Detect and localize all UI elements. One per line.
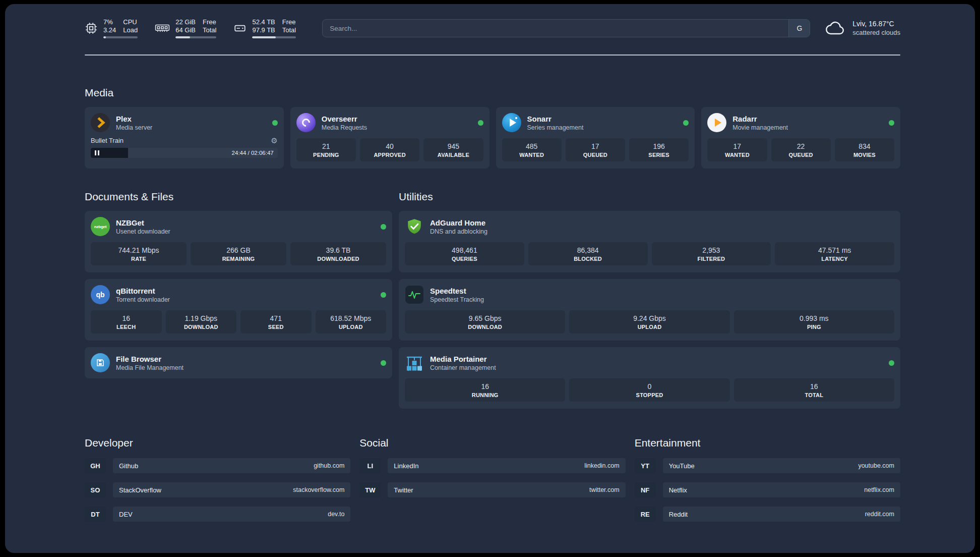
stat-label: APPROVED xyxy=(362,152,417,158)
bookmark-link-linkedin[interactable]: LinkedIn linkedin.com xyxy=(388,458,625,473)
stat-value: 1.19 Gbps xyxy=(168,314,235,322)
stat-value: 39.6 TB xyxy=(292,246,384,254)
stat-label: PING xyxy=(736,324,892,330)
stat-label: DOWNLOAD xyxy=(407,324,563,330)
stat-label: AVAILABLE xyxy=(425,152,481,158)
dashboard-window: 7% 3.24 CPU Load xyxy=(5,4,975,553)
memory-monitor: 22 GiB 64 GiB Free Total xyxy=(155,18,216,38)
stat-value: 834 xyxy=(837,142,892,150)
bookmark-group-developer: Developer GH Github github.com SO StackO… xyxy=(85,437,350,522)
bookmark-row-github: GH Github github.com xyxy=(85,458,350,473)
bookmark-link-github[interactable]: Github github.com xyxy=(113,458,350,473)
bookmark-url: stackoverflow.com xyxy=(293,486,344,493)
bookmark-abbr: DT xyxy=(85,507,106,522)
stat-value: 0.993 ms xyxy=(736,314,892,322)
bookmark-abbr: YT xyxy=(635,458,656,473)
stat-leech: 16 LEECH xyxy=(91,310,162,333)
bookmark-url: netflix.com xyxy=(864,486,894,493)
bookmark-row-stackoverflow: SO StackOverflow stackoverflow.com xyxy=(85,482,350,497)
stat-latency: 47.571 ms LATENCY xyxy=(775,242,894,265)
stat-filtered: 2,953 FILTERED xyxy=(652,242,771,265)
filebrowser-card[interactable]: File Browser Media File Management xyxy=(85,347,392,378)
gear-icon[interactable]: ⚙ xyxy=(271,137,277,144)
cpu-monitor: 7% 3.24 CPU Load xyxy=(85,18,138,38)
filebrowser-icon xyxy=(91,353,110,372)
card-title: File Browser xyxy=(116,355,375,363)
stat-wanted: 485 WANTED xyxy=(502,138,562,161)
stat-label: TOTAL xyxy=(736,392,892,398)
card-subtitle: Torrent downloader xyxy=(116,296,375,303)
status-dot xyxy=(381,360,386,366)
status-dot xyxy=(889,120,894,126)
stat-value: 21 xyxy=(298,142,354,150)
search-input[interactable] xyxy=(323,20,788,37)
portainer-card[interactable]: Media Portainer Container management 16 … xyxy=(399,347,900,409)
bookmark-name: Reddit xyxy=(669,511,688,518)
adguard-icon xyxy=(405,217,424,236)
stat-label: PENDING xyxy=(298,152,354,158)
stat-label: SERIES xyxy=(631,152,687,158)
cpu-load-value: 3.24 xyxy=(103,26,116,34)
bookmark-row-twitter: TW Twitter twitter.com xyxy=(359,482,625,497)
now-playing-title: Bullet Train xyxy=(91,137,124,144)
bookmark-row-reddit: RE Reddit reddit.com xyxy=(635,507,900,522)
stat-pending: 21 PENDING xyxy=(296,138,356,161)
card-title: NZBGet xyxy=(116,218,375,227)
bookmark-link-twitter[interactable]: Twitter twitter.com xyxy=(388,482,625,497)
storage-icon xyxy=(233,22,247,35)
stat-value: 86,384 xyxy=(530,246,646,254)
bookmark-url: github.com xyxy=(314,462,344,469)
bookmark-name: LinkedIn xyxy=(394,462,418,470)
stat-value: 196 xyxy=(631,142,687,150)
bookmark-name: Twitter xyxy=(394,486,413,494)
stat-label: RUNNING xyxy=(407,392,563,398)
radarr-card[interactable]: Radarr Movie management 17 WANTED 22 QUE… xyxy=(701,107,900,169)
search-engine-button[interactable]: G xyxy=(788,20,810,37)
bookmark-url: dev.to xyxy=(328,511,344,518)
bookmark-row-youtube: YT YouTube youtube.com xyxy=(635,458,900,473)
stat-label: SEED xyxy=(242,324,310,330)
weather-widget[interactable]: Lviv, 16.87°C scattered clouds xyxy=(824,20,900,37)
status-dot xyxy=(889,360,894,366)
qbittorrent-card[interactable]: qb qBittorrent Torrent downloader 16 LEE… xyxy=(85,279,392,341)
bookmark-link-dev[interactable]: DEV dev.to xyxy=(113,507,350,522)
pause-icon[interactable] xyxy=(95,150,99,155)
topbar: 7% 3.24 CPU Load xyxy=(85,17,900,39)
stat-label: QUERIES xyxy=(407,256,522,262)
memory-total-value: 64 GiB xyxy=(175,26,196,34)
card-title: Overseerr xyxy=(322,115,472,123)
player-progress-bar[interactable]: 24:44 / 02:06:47 xyxy=(91,148,278,158)
sonarr-card[interactable]: Sonarr Series management 485 WANTED 17 Q… xyxy=(496,107,695,169)
bookmark-name: StackOverflow xyxy=(119,486,161,494)
stat-stopped: 0 STOPPED xyxy=(569,378,729,402)
stat-queries: 498,461 QUERIES xyxy=(405,242,524,265)
stat-download: 9.65 Gbps DOWNLOAD xyxy=(405,310,565,333)
speedtest-card[interactable]: Speedtest Speedtest Tracking 9.65 Gbps D… xyxy=(399,279,900,341)
bookmark-link-youtube[interactable]: YouTube youtube.com xyxy=(663,458,900,473)
card-subtitle: Media server xyxy=(116,124,266,131)
stat-movies: 834 MOVIES xyxy=(835,138,894,161)
stat-label: LEECH xyxy=(93,324,160,330)
bookmark-row-netflix: NF Netflix netflix.com xyxy=(635,482,900,497)
stat-value: 40 xyxy=(362,142,417,150)
card-subtitle: DNS and adblocking xyxy=(430,228,894,235)
nzbget-card[interactable]: nzbget NZBGet Usenet downloader 744.21 M… xyxy=(85,211,392,272)
sonarr-icon xyxy=(502,113,521,132)
adguard-card[interactable]: AdGuard Home DNS and adblocking 498,461 … xyxy=(399,211,900,272)
stat-label: WANTED xyxy=(709,152,765,158)
stat-label: RATE xyxy=(93,256,185,262)
search-bar[interactable]: G xyxy=(322,19,810,37)
storage-progress-fill xyxy=(252,36,276,38)
bookmark-link-stackoverflow[interactable]: StackOverflow stackoverflow.com xyxy=(113,482,350,497)
stat-value: 498,461 xyxy=(407,246,522,254)
stat-downloaded: 39.6 TB DOWNLOADED xyxy=(290,242,386,265)
weather-condition: scattered clouds xyxy=(852,29,900,37)
cpu-load-label: Load xyxy=(123,26,138,34)
bookmark-link-netflix[interactable]: Netflix netflix.com xyxy=(663,482,900,497)
plex-card[interactable]: Plex Media server Bullet Train ⚙ 24:44 /… xyxy=(85,107,284,169)
bookmark-link-reddit[interactable]: Reddit reddit.com xyxy=(663,507,900,522)
bookmark-row-dev: DT DEV dev.to xyxy=(85,507,350,522)
overseerr-card[interactable]: Overseerr Media Requests 21 PENDING 40 A… xyxy=(290,107,489,169)
storage-monitor: 52.4 TB 97.9 TB Free Total xyxy=(233,18,296,38)
stat-seed: 471 SEED xyxy=(240,310,312,333)
